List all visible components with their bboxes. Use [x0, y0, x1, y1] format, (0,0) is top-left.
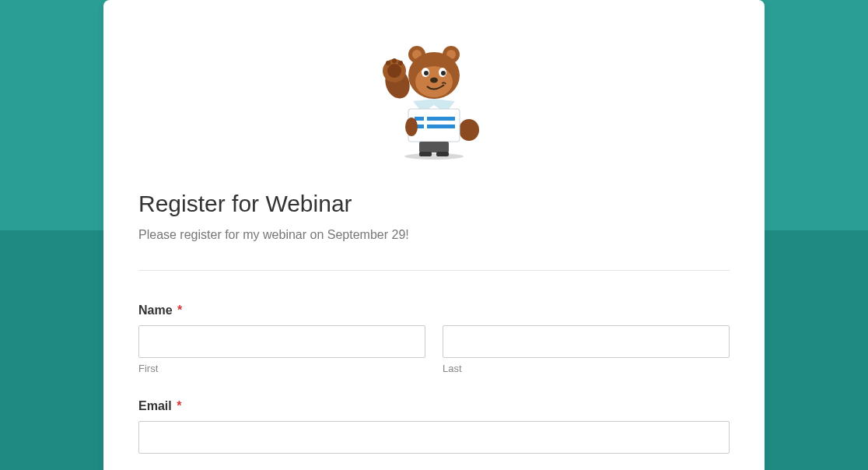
svg-point-17 — [441, 71, 446, 75]
email-field-group: Email * — [138, 399, 730, 454]
form-card: Register for Webinar Please register for… — [103, 0, 765, 470]
last-name-input[interactable] — [443, 325, 730, 358]
svg-rect-21 — [427, 117, 455, 121]
svg-rect-25 — [419, 142, 449, 153]
svg-point-1 — [459, 119, 479, 141]
svg-point-4 — [387, 64, 401, 78]
svg-rect-23 — [427, 125, 455, 128]
email-label-text: Email — [138, 399, 172, 412]
form-description: Please register for my webinar on Septem… — [138, 228, 730, 242]
name-field-group: Name * First Last — [138, 303, 730, 374]
svg-point-5 — [386, 61, 390, 65]
mascot-container — [138, 43, 730, 160]
svg-rect-26 — [419, 152, 432, 156]
svg-rect-20 — [415, 117, 424, 121]
last-name-sublabel: Last — [443, 363, 730, 374]
email-label: Email * — [138, 399, 730, 413]
svg-point-24 — [405, 118, 418, 136]
svg-rect-27 — [436, 152, 449, 156]
divider — [138, 270, 730, 271]
first-name-input[interactable] — [138, 325, 425, 358]
form-title: Register for Webinar — [138, 191, 730, 217]
name-required-marker: * — [177, 303, 182, 317]
svg-point-6 — [392, 58, 397, 63]
svg-point-15 — [424, 71, 429, 75]
name-label-text: Name — [138, 303, 173, 317]
email-required-marker: * — [177, 399, 181, 412]
svg-point-7 — [398, 61, 403, 65]
svg-point-0 — [404, 153, 464, 160]
first-name-sublabel: First — [138, 363, 425, 374]
svg-point-18 — [430, 78, 438, 83]
email-input[interactable] — [138, 421, 730, 454]
name-label: Name * — [138, 303, 730, 317]
bear-mascot-icon — [374, 43, 495, 160]
